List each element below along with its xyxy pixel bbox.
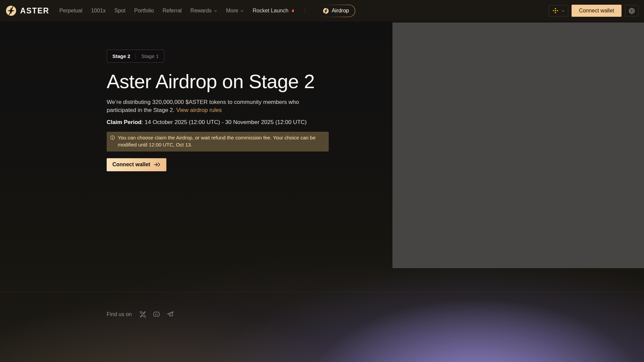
tab-stage-1[interactable]: Stage 1 bbox=[136, 50, 164, 62]
airdrop-label: Airdrop bbox=[332, 8, 349, 14]
content-placeholder bbox=[392, 22, 644, 268]
claim-period-value: : 14 October 2025 (12:00 UTC) - 30 Novem… bbox=[142, 119, 307, 125]
connect-wallet-cta[interactable]: Connect wallet bbox=[107, 158, 166, 171]
network-selector[interactable] bbox=[549, 5, 568, 16]
aster-logo-icon bbox=[323, 8, 329, 14]
chevron-down-icon bbox=[561, 9, 565, 13]
nav-divider bbox=[305, 8, 305, 13]
settings-button[interactable] bbox=[625, 5, 639, 16]
chevron-down-icon bbox=[240, 9, 244, 13]
info-icon bbox=[110, 135, 115, 140]
social-link-telegram[interactable] bbox=[166, 310, 174, 318]
notice-banner: You can choose claim the Airdrop, or wai… bbox=[107, 132, 329, 151]
x-twitter-icon bbox=[139, 311, 147, 318]
nav-item-1001x[interactable]: 1001x bbox=[91, 8, 106, 14]
connect-wallet-button[interactable]: Connect wallet bbox=[572, 5, 622, 17]
nav-item-rocket-launch[interactable]: Rocket Launch bbox=[253, 8, 296, 14]
claim-period: Claim Period: 14 October 2025 (12:00 UTC… bbox=[107, 119, 341, 126]
nav-item-airdrop[interactable]: Airdrop bbox=[319, 5, 356, 17]
flame-icon bbox=[290, 8, 296, 14]
hero-section: Stage 2 Stage 1 Aster Airdrop on Stage 2… bbox=[107, 50, 341, 171]
nav-item-perpetual[interactable]: Perpetual bbox=[59, 8, 83, 14]
social-link-discord[interactable] bbox=[153, 310, 160, 318]
social-link-x[interactable] bbox=[139, 311, 147, 318]
aster-logo[interactable]: ASTER bbox=[5, 5, 49, 16]
claim-period-label: Claim Period bbox=[107, 119, 142, 125]
telegram-icon bbox=[166, 310, 174, 318]
page-title: Aster Airdrop on Stage 2 bbox=[107, 70, 341, 93]
top-nav: ASTER Perpetual 1001x Spot Portfolio Ref… bbox=[0, 0, 644, 21]
chevron-down-icon bbox=[214, 9, 217, 13]
tab-stage-2[interactable]: Stage 2 bbox=[107, 50, 136, 62]
stage-tabs: Stage 2 Stage 1 bbox=[107, 50, 164, 63]
header-actions: Connect wallet bbox=[549, 5, 639, 17]
notice-text: You can choose claim the Airdrop, or wai… bbox=[118, 134, 324, 148]
nav-item-rewards[interactable]: Rewards bbox=[191, 8, 217, 14]
discord-icon bbox=[153, 310, 160, 318]
settings-gear-icon bbox=[628, 7, 635, 14]
arrow-right-icon bbox=[154, 162, 161, 167]
hero-description: We’re distributing 320,000,000 $ASTER to… bbox=[107, 98, 303, 114]
bnb-chain-icon bbox=[552, 7, 559, 14]
find-us-label: Find us on bbox=[107, 311, 132, 317]
nav-item-more[interactable]: More bbox=[226, 8, 244, 14]
view-airdrop-rules-link[interactable]: View airdrop rules bbox=[176, 107, 222, 113]
main-nav: Perpetual 1001x Spot Portfolio Referral … bbox=[59, 5, 356, 17]
brand-wordmark: ASTER bbox=[20, 6, 49, 15]
aster-logo-icon bbox=[5, 5, 17, 16]
nav-item-referral[interactable]: Referral bbox=[163, 8, 182, 14]
nav-item-portfolio[interactable]: Portfolio bbox=[134, 8, 154, 14]
nav-item-spot[interactable]: Spot bbox=[114, 8, 125, 14]
background-seam bbox=[0, 292, 644, 292]
social-bar: Find us on bbox=[107, 310, 174, 318]
